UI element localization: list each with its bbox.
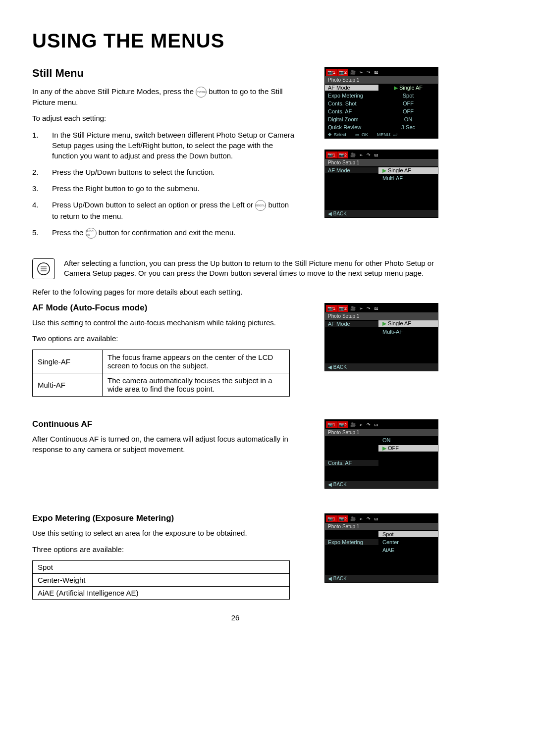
- text: BACK: [333, 211, 347, 216]
- step-3: Press the Right button to go to the subm…: [32, 183, 295, 194]
- cam-back-hint: ◀ BACK: [325, 363, 438, 371]
- af-options-table: Single-AF The focus frame appears on the…: [32, 350, 290, 397]
- menu-button-icon: menu: [196, 87, 207, 98]
- cam-row: ON: [325, 436, 438, 444]
- cam-tab-photo2: 📷2: [337, 151, 348, 158]
- cam-sub-option: Center: [378, 539, 438, 545]
- af-text: Use this setting to control the auto-foc…: [32, 318, 295, 328]
- text: Spot: [382, 531, 394, 537]
- arrow-right-icon: ▶: [382, 167, 386, 173]
- text: Press the: [52, 228, 86, 237]
- page-number: 26: [32, 613, 438, 622]
- cam-sub-option: AiAE: [378, 547, 438, 553]
- cam-row-af-mode: AF Mode ▶Single AF: [325, 320, 438, 328]
- cam-tab-photo1: 📷1: [326, 69, 337, 76]
- cam-tab-reset-icon: ↷: [365, 151, 372, 158]
- table-row: Spot: [33, 560, 290, 573]
- cam-tab-storage-icon: 🖭: [373, 305, 380, 312]
- cam-tab-video-icon: 🎥: [349, 421, 357, 428]
- cam-row-af-mode: AF Mode ▶Single AF: [325, 166, 438, 174]
- text: In any of the above Still Picture Modes,…: [32, 87, 196, 96]
- expo-text: Use this setting to select an area for t…: [32, 528, 295, 538]
- cam-tab-reset-icon: ↷: [365, 515, 372, 522]
- steps-list: In the Still Picture menu, switch betwee…: [32, 130, 295, 239]
- intro-paragraph-1: In any of the above Still Picture Modes,…: [32, 87, 295, 107]
- cam-tabbar: 📷1 📷2 🎥 ➢ ↷ 🖭: [325, 514, 438, 523]
- camera-screenshot-main: 📷1 📷2 🎥 ➢ ↷ 🖭 Photo Setup 1 AF Mode ▶Sin…: [324, 67, 438, 139]
- text: BACK: [333, 576, 347, 581]
- cam-row-label: Expo Metering: [325, 539, 378, 545]
- camera-screenshot-caf-submenu: 📷1 📷2 🎥 ➢ ↷ 🖭 Photo Setup 1 ON ▶OFF Cont…: [324, 419, 438, 489]
- cam-back-hint: ◀ BACK: [325, 210, 438, 217]
- cam-row-value: Spot: [378, 93, 438, 99]
- menu-button-icon: menu: [255, 200, 266, 211]
- text: BACK: [333, 482, 347, 487]
- cam-tab-storage-icon: 🖭: [373, 421, 380, 428]
- cam-tab-play-icon: ➢: [358, 421, 365, 428]
- cam-back-hint: ◀ BACK: [325, 481, 438, 488]
- cam-tabbar: 📷1 📷2 🎥 ➢ ↷ 🖭: [325, 420, 438, 429]
- cam-row-label: Expo Metering: [325, 93, 378, 99]
- text: BACK: [333, 364, 347, 370]
- section-heading-continuous-af: Continuous AF: [32, 419, 295, 429]
- cam-tab-video-icon: 🎥: [349, 515, 357, 522]
- cam-row-value: OFF: [378, 101, 438, 106]
- text: Single AF: [399, 85, 423, 91]
- three-options-text: Three options are available:: [32, 545, 295, 554]
- table-cell: AiAE (Artificial Intelligence AE): [33, 586, 290, 599]
- cam-row-label: Conts. AF: [325, 460, 378, 466]
- table-row: AiAE (Artificial Intelligence AE): [33, 586, 290, 599]
- cam-breadcrumb: Photo Setup 1: [325, 429, 438, 436]
- cam-tab-photo2: 📷2: [337, 515, 348, 522]
- table-cell: Single-AF: [33, 350, 103, 373]
- arrow-right-icon: ▶: [382, 445, 386, 451]
- cam-row: Spot: [325, 530, 438, 538]
- cam-row-conts-af: Conts. AFOFF: [325, 107, 438, 115]
- intro-paragraph-2: To adjust each setting:: [32, 113, 295, 123]
- text: OK: [362, 132, 368, 137]
- page-title: USING THE MENUS: [32, 30, 438, 52]
- cam-row-label: Digital Zoom: [325, 116, 378, 122]
- cam-tab-video-icon: 🎥: [349, 69, 357, 76]
- cam-tab-storage-icon: 🖭: [373, 515, 380, 522]
- text: Press Up/Down button to select an option…: [52, 201, 255, 209]
- cam-tab-photo2: 📷2: [337, 69, 348, 76]
- section-heading-af-mode: AF Mode (Auto-Focus mode): [32, 303, 295, 313]
- cam-tab-play-icon: ➢: [358, 151, 365, 158]
- cam-tab-video-icon: 🎥: [349, 305, 357, 312]
- cam-breadcrumb: Photo Setup 1: [325, 76, 438, 84]
- cam-tab-photo1: 📷1: [326, 305, 337, 312]
- cam-sub-option: ON: [378, 437, 438, 443]
- cam-row-expo: Expo MeteringSpot: [325, 92, 438, 100]
- note-icon: [32, 258, 55, 279]
- cam-row: AiAE: [325, 546, 438, 554]
- text: MENU:: [377, 132, 391, 137]
- table-cell: Spot: [33, 560, 290, 573]
- cam-breadcrumb: Photo Setup 1: [325, 159, 438, 166]
- cam-tabbar: 📷1 📷2 🎥 ➢ ↷ 🖭: [325, 150, 438, 159]
- table-cell: The focus frame appears on the center of…: [103, 350, 290, 373]
- table-cell: Center-Weight: [33, 573, 290, 586]
- cam-back-hint: ◀ BACK: [325, 575, 438, 582]
- cam-tab-reset-icon: ↷: [365, 69, 372, 76]
- cam-row: Multi-AF: [325, 174, 438, 182]
- cam-tabbar: 📷1 📷2 🎥 ➢ ↷ 🖭: [325, 303, 438, 312]
- cam-row-value: ▶Single AF: [378, 85, 438, 91]
- cam-tabbar: 📷1 📷2 🎥 ➢ ↷ 🖭: [325, 67, 438, 76]
- cam-tab-photo2: 📷2: [337, 421, 348, 428]
- expo-options-table: Spot Center-Weight AiAE (Artificial Inte…: [32, 560, 290, 600]
- cam-tab-storage-icon: 🖭: [373, 151, 380, 158]
- step-1: In the Still Picture menu, switch betwee…: [32, 130, 295, 161]
- cam-row-label: AF Mode: [325, 85, 378, 91]
- cam-row-label: AF Mode: [325, 321, 378, 327]
- cam-row-af-mode: AF Mode ▶Single AF: [325, 84, 438, 92]
- cam-sub-option-selected: ▶Single AF: [378, 167, 438, 174]
- table-cell: Multi-AF: [33, 373, 103, 397]
- text: Single AF: [388, 320, 411, 326]
- cam-row-value: 3 Sec: [378, 124, 438, 130]
- cam-tab-photo1: 📷1: [326, 421, 337, 428]
- cam-footer-menu: MENU: ⮐: [377, 132, 398, 137]
- cam-breadcrumb: Photo Setup 1: [325, 312, 438, 320]
- cam-row-label: Quick Review: [325, 124, 378, 130]
- cam-sub-option: Multi-AF: [378, 329, 438, 335]
